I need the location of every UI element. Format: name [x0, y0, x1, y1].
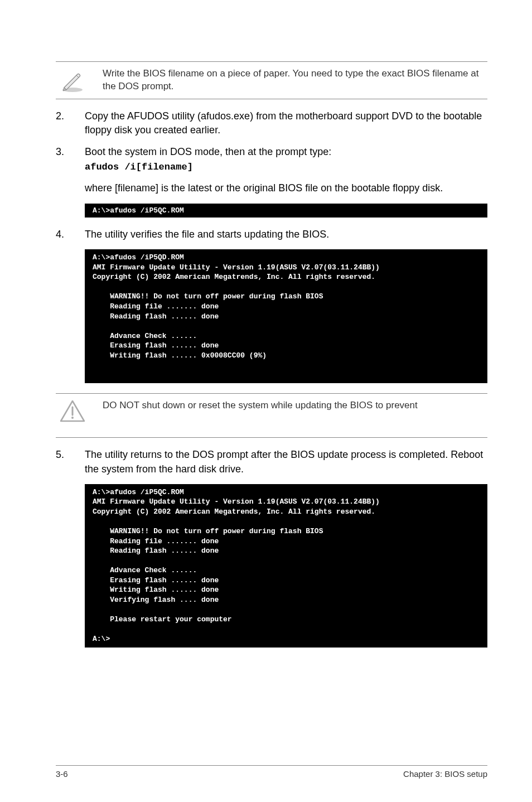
step3-command: afudos /i[filename] [85, 162, 193, 172]
step-body: Boot the system in DOS mode, then at the… [85, 145, 487, 173]
para-filename-explain: where [filename] is the latest or the or… [85, 181, 487, 195]
note-icon-cell [56, 67, 89, 93]
step-number: 3. [56, 145, 68, 173]
note-block-2: DO NOT shut down or reset the system whi… [56, 393, 487, 438]
terminal-2: A:\>afudos /iP5QD.ROM AMI Firmware Updat… [85, 249, 487, 383]
step-5: 5. The utility returns to the DOS prompt… [56, 448, 487, 476]
page-footer: 3-6 Chapter 3: BIOS setup [56, 765, 487, 779]
step-number: 5. [56, 448, 68, 476]
warning-icon-cell [56, 399, 89, 423]
pencil-icon [60, 67, 85, 93]
step-body: Copy the AFUDOS utility (afudos.exe) fro… [85, 109, 487, 137]
terminal-3: A:\>afudos /iP5QC.ROM AMI Firmware Updat… [85, 484, 487, 648]
step-number: 2. [56, 109, 68, 137]
step-body: The utility returns to the DOS prompt af… [85, 448, 487, 476]
page: Write the BIOS filename on a piece of pa… [0, 0, 532, 802]
step-body: The utility verifies the file and starts… [85, 228, 487, 241]
step-4: 4. The utility verifies the file and sta… [56, 228, 487, 241]
footer-page-number: 3-6 [56, 769, 68, 779]
terminal-1: A:\>afudos /iP5QC.ROM [85, 204, 487, 218]
step-2: 2. Copy the AFUDOS utility (afudos.exe) … [56, 109, 487, 137]
note-text-2: DO NOT shut down or reset the system whi… [103, 399, 418, 412]
step3-line1: Boot the system in DOS mode, then at the… [85, 146, 331, 157]
note-text-1: Write the BIOS filename on a piece of pa… [103, 67, 487, 93]
step-number: 4. [56, 228, 68, 241]
warning-icon [60, 399, 85, 423]
step-3: 3. Boot the system in DOS mode, then at … [56, 145, 487, 173]
footer-chapter: Chapter 3: BIOS setup [403, 769, 487, 779]
note-block-1: Write the BIOS filename on a piece of pa… [56, 61, 487, 99]
svg-point-3 [71, 417, 74, 419]
